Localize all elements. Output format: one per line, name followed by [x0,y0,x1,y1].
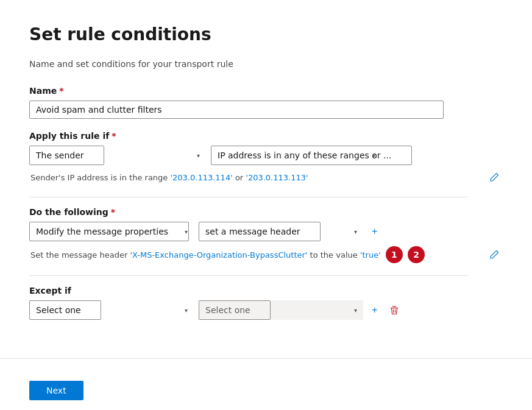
badge-2: 2 [408,246,425,263]
except-if-group: Except if Select one ▾ Select one ▾ + [29,286,503,320]
action-select[interactable]: Modify the message properties [29,222,189,241]
apply-rule-info-row: Sender's IP address is in the range '203… [29,170,503,185]
do-following-edit-button[interactable] [486,247,503,262]
apply-rule-row: The sender ▾ IP address is in any of the… [29,146,503,165]
except-add-button[interactable]: + [368,302,381,318]
except-chevron1-icon: ▾ [185,307,188,314]
next-button[interactable]: Next [29,381,83,400]
except-select1[interactable]: Select one [29,300,101,320]
name-required-marker: * [59,86,63,96]
condition-select-wrapper: IP address is in any of these ranges or … [211,146,381,165]
header-name-link[interactable]: 'X-MS-Exchange-Organization-BypassClutte… [130,250,307,260]
name-field-group: Name * [29,86,503,119]
action-select-wrapper: Modify the message properties ▾ [29,222,194,241]
except-select2-wrapper: Select one ▾ [199,300,363,320]
do-following-required: * [111,207,115,217]
do-following-add-button[interactable]: + [368,224,381,239]
do-following-label: Do the following * [29,207,503,217]
sender-chevron-icon: ▾ [197,152,200,159]
name-label: Name * [29,86,503,96]
set-select[interactable]: set a message header [199,222,321,241]
apply-rule-required: * [112,131,116,141]
apply-rule-group: Apply this rule if * The sender ▾ IP add… [29,131,503,185]
page-container: Set rule conditions Name and set conditi… [0,0,532,410]
apply-rule-info-text: Sender's IP address is in the range '203… [30,173,486,182]
ip-range-link1[interactable]: '203.0.113.114' [170,173,232,182]
do-following-row: Modify the message properties ▾ set a me… [29,222,503,241]
apply-rule-edit-button[interactable] [486,170,503,185]
except-select1-wrapper: Select one ▾ [29,300,194,320]
name-input[interactable] [29,101,444,119]
except-if-row: Select one ▾ Select one ▾ + [29,300,503,320]
do-following-info-text: Set the message header 'X-MS-Exchange-Or… [30,246,486,263]
divider-2 [29,275,468,276]
do-following-group: Do the following * Modify the message pr… [29,207,503,263]
except-delete-button[interactable] [386,303,403,317]
except-select2[interactable]: Select one [199,300,271,320]
page-subtitle: Name and set conditions for your transpo… [29,59,503,69]
do-following-info-row: Set the message header 'X-MS-Exchange-Or… [29,246,503,263]
sender-select[interactable]: The sender [29,146,104,165]
except-if-label: Except if [29,286,503,295]
divider-1 [29,197,468,197]
apply-rule-label: Apply this rule if * [29,131,503,141]
except-chevron2-icon: ▾ [354,307,357,314]
badge-1: 1 [386,246,403,263]
condition-select[interactable]: IP address is in any of these ranges or … [211,146,412,165]
svg-rect-1 [392,306,396,307]
page-title: Set rule conditions [29,24,503,44]
set-chevron-icon: ▾ [354,228,357,235]
ip-range-link2[interactable]: '203.0.113.113' [246,173,308,182]
sender-select-wrapper: The sender ▾ [29,146,206,165]
bottom-bar: Next [0,358,532,410]
set-select-wrapper: set a message header ▾ [199,222,363,241]
header-value-link[interactable]: 'true' [360,250,381,260]
